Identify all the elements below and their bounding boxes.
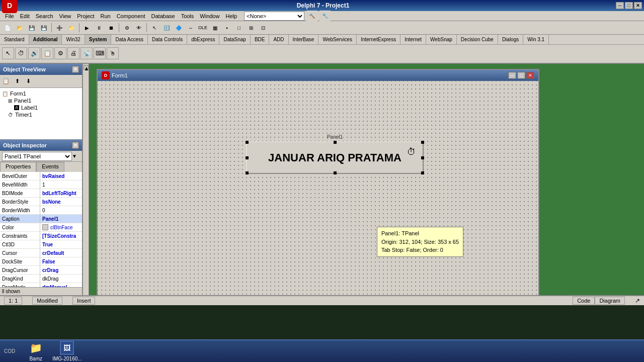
menu-database[interactable]: Database — [148, 12, 178, 20]
minimize-button[interactable]: ─ — [616, 2, 624, 9]
ole-btn[interactable]: OLE — [197, 22, 208, 33]
cursor-btn[interactable]: ↖ — [149, 22, 160, 33]
prop-borderstyle[interactable]: BorderStyle bsNone — [0, 198, 82, 206]
handle-bl[interactable] — [246, 171, 249, 174]
run-btn[interactable]: ▶ — [82, 22, 93, 33]
comp-cursor[interactable]: ↖ — [2, 47, 14, 59]
form-close[interactable]: ✕ — [526, 72, 534, 79]
inspector-object-select[interactable]: Panel1 TPanel — [2, 152, 72, 161]
inspector-close[interactable]: ✕ — [72, 142, 79, 149]
taskbar-item-img[interactable]: 🖼 IMG-20160... — [52, 341, 82, 361]
grid2-btn[interactable]: ▪ — [221, 22, 232, 33]
comp-4[interactable]: ⚙ — [54, 47, 66, 59]
tab-standard[interactable]: Standard — [0, 35, 29, 44]
form-max[interactable]: □ — [517, 72, 525, 79]
menu-search[interactable]: Search — [33, 12, 56, 20]
prop-borderwidth[interactable]: BorderWidth 0 — [0, 206, 82, 215]
tree-item-label1[interactable]: 🅰 Label1 — [2, 104, 80, 111]
align2-btn[interactable]: ⊞ — [246, 22, 257, 33]
tab-order-btn[interactable]: 🔢 — [161, 22, 172, 33]
tab-datasnap[interactable]: DataSnap — [219, 35, 250, 44]
handle-mr[interactable] — [421, 156, 424, 159]
diagram-tab[interactable]: Diagram — [595, 297, 625, 305]
tab-additional[interactable]: Additional — [29, 35, 62, 44]
prop-ctl3d[interactable]: Ctl3D True — [0, 240, 82, 249]
tab-events[interactable]: Events — [36, 162, 64, 172]
maximize-button[interactable]: □ — [625, 2, 633, 9]
handle-tl[interactable] — [246, 141, 249, 144]
scroll-up[interactable]: ▲ — [84, 65, 89, 70]
view-btn[interactable]: 👁 — [133, 22, 144, 33]
prop-color[interactable]: Color clBtnFace — [0, 223, 82, 232]
save-all-btn[interactable]: 💾 — [38, 22, 49, 33]
form-min[interactable]: ─ — [508, 72, 516, 79]
tab-dataaccess[interactable]: Data Access — [111, 35, 148, 44]
prop-bevelouter[interactable]: BevelOuter bvRaised — [0, 172, 82, 180]
tab-bde[interactable]: BDE — [251, 35, 270, 44]
tree-btn-2[interactable]: ⬆ — [12, 76, 22, 86]
comp-3[interactable]: 📋 — [41, 47, 53, 59]
close-button[interactable]: ✕ — [634, 2, 642, 9]
new-btn[interactable]: 📄 — [2, 22, 13, 33]
grid3-btn[interactable]: □ — [233, 22, 245, 33]
menu-edit[interactable]: Edit — [17, 12, 33, 20]
prop-caption[interactable]: Caption Panel1 — [0, 215, 82, 223]
prop-dragcursor[interactable]: DragCursor crDrag — [0, 266, 82, 275]
tab-interbase[interactable]: InterBase — [289, 35, 319, 44]
tree-btn-1[interactable]: 📋 — [1, 76, 11, 86]
pause-btn[interactable]: ⏸ — [94, 22, 105, 33]
form-designer[interactable]: Panel1 JANUAR ARIQ PRATAMA ⏱ — [98, 81, 538, 295]
panel1-component[interactable]: Panel1 JANUAR ARIQ PRATAMA ⏱ — [246, 141, 424, 174]
prop-docksite[interactable]: DockSite False — [0, 257, 82, 266]
stop-btn[interactable]: ⏹ — [106, 22, 117, 33]
tab-add[interactable]: ADD — [269, 35, 288, 44]
tree-item-form1[interactable]: 📋 Form1 — [2, 90, 80, 97]
comp-2[interactable]: 🔊 — [28, 47, 40, 59]
tab-internet[interactable]: Internet — [400, 35, 426, 44]
tree-item-timer1[interactable]: ⏱ Timer1 — [2, 111, 80, 118]
tree-btn-3[interactable]: ⬇ — [23, 76, 33, 86]
tab-properties[interactable]: Properties — [0, 162, 36, 172]
tab-win32[interactable]: Win32 — [62, 35, 85, 44]
handle-ml[interactable] — [246, 156, 249, 159]
handle-tm[interactable] — [334, 141, 337, 144]
comp-1[interactable]: ⏱ — [15, 47, 27, 59]
handle-bm[interactable] — [334, 171, 337, 174]
comp-5[interactable]: 🖨 — [67, 47, 79, 59]
open-project-btn[interactable]: 📁 — [66, 22, 77, 33]
tab-dbexpress[interactable]: dbExpress — [187, 35, 219, 44]
tab-system[interactable]: System — [85, 35, 112, 44]
comp-8[interactable]: 🖱 — [107, 47, 119, 59]
prop-bdimode[interactable]: BDIMode bdLeftToRight — [0, 189, 82, 198]
menu-component[interactable]: Component — [114, 12, 148, 20]
prop-cursor[interactable]: Cursor crDefault — [0, 249, 82, 257]
add-file-btn[interactable]: ➕ — [54, 22, 65, 33]
align-btn[interactable]: 🔷 — [173, 22, 184, 33]
handle-br[interactable] — [421, 171, 424, 174]
tab-dialogs[interactable]: Dialogs — [498, 35, 523, 44]
mirror-btn[interactable]: ↔ — [185, 22, 196, 33]
menu-help[interactable]: Help — [222, 12, 240, 20]
tab-win31[interactable]: Win 3.1 — [523, 35, 549, 44]
treeview-close[interactable]: ✕ — [72, 66, 79, 73]
menu-run[interactable]: Run — [97, 12, 113, 20]
tab-websnap[interactable]: WebSnap — [426, 35, 457, 44]
resize-handle[interactable]: ↗ — [635, 297, 640, 304]
tree-item-panel1[interactable]: ⊞ Panel1 — [2, 97, 80, 104]
open-btn[interactable]: 📂 — [14, 22, 25, 33]
menu-file[interactable]: File — [2, 12, 17, 20]
menu-window[interactable]: Window — [197, 12, 222, 20]
size-btn[interactable]: ⊡ — [258, 22, 269, 33]
handle-tr[interactable] — [421, 141, 424, 144]
toggle-btn[interactable]: ⚙ — [121, 22, 132, 33]
prop-constraints[interactable]: Constraints [TSizeConstra — [0, 232, 82, 240]
prop-bevelwidth[interactable]: BevelWidth 1 — [0, 180, 82, 189]
prop-dragmode[interactable]: DragMode dmManual — [0, 283, 82, 287]
tab-decisioncube[interactable]: Decision Cube — [457, 35, 498, 44]
taskbar-item-bamz[interactable]: 📁 Bamz — [23, 341, 48, 361]
inspector-dropdown-btn[interactable]: ▼ — [72, 153, 80, 159]
code-tab[interactable]: Code — [573, 297, 595, 305]
save-btn[interactable]: 💾 — [26, 22, 37, 33]
toolbar-icon1[interactable]: 🔨 — [306, 11, 317, 22]
tab-datacontrols[interactable]: Data Controls — [148, 35, 187, 44]
